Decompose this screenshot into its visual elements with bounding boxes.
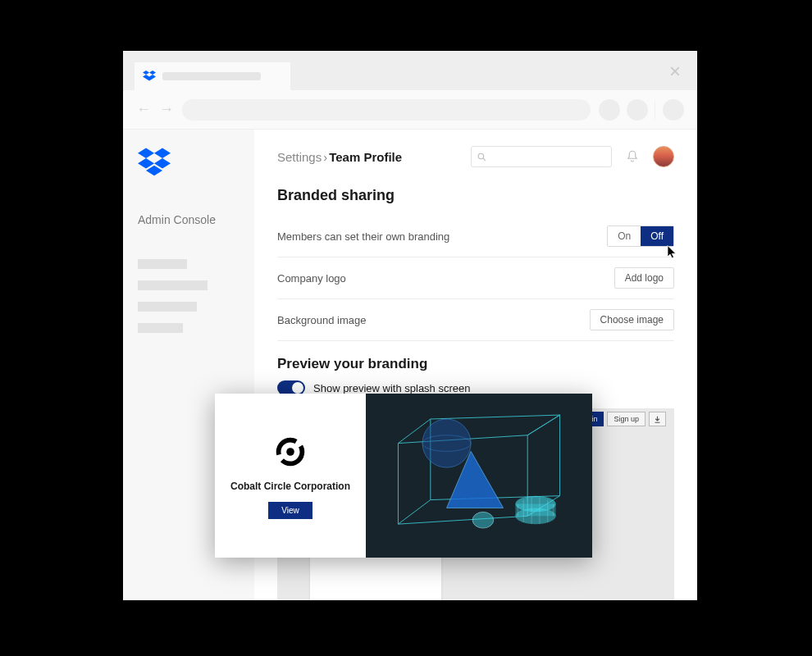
browser-tab-bar: × [123, 51, 697, 90]
svg-point-12 [515, 496, 555, 512]
download-icon[interactable] [649, 412, 666, 426]
switch-label: Show preview with splash screen [313, 382, 470, 394]
sidebar-item-placeholder[interactable] [138, 280, 208, 290]
toggle-members-branding: On Off [607, 226, 674, 247]
splash-modal: Cobalt Circle Corporation View [215, 394, 592, 558]
address-bar[interactable] [182, 99, 591, 121]
corp-logo-icon [271, 433, 309, 471]
setting-row-background-image: Background image Choose image [277, 299, 674, 341]
avatar[interactable] [653, 146, 674, 167]
forward-icon[interactable]: → [159, 101, 174, 118]
toggle-off-button[interactable]: Off [641, 226, 673, 246]
browser-toolbar: ← → [123, 90, 697, 130]
section-title-preview: Preview your branding [277, 356, 674, 372]
sidebar-item-placeholder[interactable] [138, 323, 183, 333]
browser-tab[interactable] [135, 62, 290, 90]
svg-line-1 [483, 158, 486, 161]
splash-left: Cobalt Circle Corporation View [215, 394, 366, 558]
view-button[interactable]: View [268, 502, 312, 519]
setting-label: Members can set their own branding [277, 230, 449, 243]
breadcrumb-current: Team Profile [329, 150, 402, 164]
sidebar-item-placeholder[interactable] [138, 302, 197, 312]
setting-label: Company logo [277, 272, 346, 285]
setting-row-company-logo: Company logo Add logo [277, 257, 674, 299]
tab-title-placeholder [162, 72, 261, 80]
add-logo-button[interactable]: Add logo [614, 267, 674, 289]
sidebar-item-placeholder[interactable] [138, 259, 187, 269]
choose-image-button[interactable]: Choose image [590, 309, 674, 330]
section-title-branded-sharing: Branded sharing [277, 187, 674, 204]
toggle-on-button[interactable]: On [608, 226, 641, 246]
content-header: Settings › Team Profile [277, 146, 674, 167]
breadcrumb-sep: › [323, 150, 327, 164]
splash-image [366, 394, 592, 558]
sign-up-button[interactable]: Sign up [607, 412, 645, 426]
toolbar-circle-3[interactable] [663, 99, 684, 121]
dropbox-icon [143, 70, 156, 83]
search-input[interactable] [471, 146, 612, 167]
breadcrumb: Settings › Team Profile [277, 150, 458, 164]
splash-company-name: Cobalt Circle Corporation [230, 481, 350, 492]
toolbar-sep [655, 99, 656, 121]
mouse-cursor-icon [665, 244, 680, 259]
svg-point-0 [478, 153, 484, 159]
toolbar-circle-1[interactable] [599, 99, 620, 121]
back-icon[interactable]: ← [136, 101, 151, 118]
dropbox-logo[interactable] [138, 146, 171, 179]
close-icon[interactable]: × [666, 62, 684, 80]
wireframe-illustration [366, 394, 592, 558]
svg-point-5 [286, 448, 294, 456]
setting-label: Background image [277, 314, 366, 326]
search-icon [477, 152, 487, 162]
breadcrumb-root[interactable]: Settings [277, 150, 322, 164]
bell-icon[interactable] [625, 149, 640, 164]
sidebar-title[interactable]: Admin Console [138, 213, 239, 226]
setting-row-members-branding: Members can set their own branding On Of… [277, 216, 674, 257]
toolbar-circle-2[interactable] [627, 99, 648, 121]
svg-point-7 [422, 419, 471, 467]
